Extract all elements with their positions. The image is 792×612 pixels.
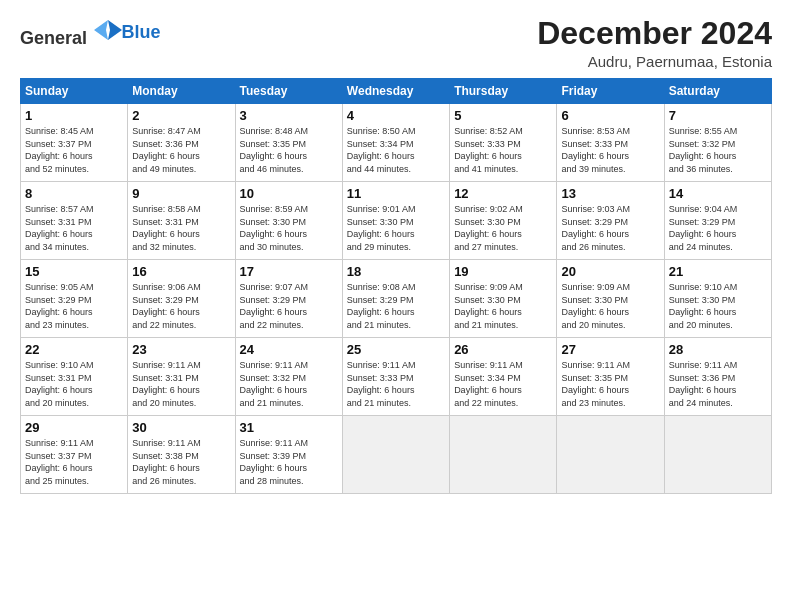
calendar-cell: 3Sunrise: 8:48 AMSunset: 3:35 PMDaylight… xyxy=(235,104,342,182)
day-number: 3 xyxy=(240,108,338,123)
week-row-3: 15Sunrise: 9:05 AMSunset: 3:29 PMDayligh… xyxy=(21,260,772,338)
calendar-cell: 9Sunrise: 8:58 AMSunset: 3:31 PMDaylight… xyxy=(128,182,235,260)
calendar-cell: 7Sunrise: 8:55 AMSunset: 3:32 PMDaylight… xyxy=(664,104,771,182)
day-number: 9 xyxy=(132,186,230,201)
calendar-cell: 11Sunrise: 9:01 AMSunset: 3:30 PMDayligh… xyxy=(342,182,449,260)
calendar-table: SundayMondayTuesdayWednesdayThursdayFrid… xyxy=(20,78,772,494)
day-number: 30 xyxy=(132,420,230,435)
cell-details: Sunrise: 9:11 AMSunset: 3:37 PMDaylight:… xyxy=(25,437,123,487)
cell-details: Sunrise: 9:02 AMSunset: 3:30 PMDaylight:… xyxy=(454,203,552,253)
calendar-cell: 31Sunrise: 9:11 AMSunset: 3:39 PMDayligh… xyxy=(235,416,342,494)
location-title: Audru, Paernumaa, Estonia xyxy=(537,53,772,70)
cell-details: Sunrise: 9:10 AMSunset: 3:30 PMDaylight:… xyxy=(669,281,767,331)
day-number: 8 xyxy=(25,186,123,201)
weekday-header-tuesday: Tuesday xyxy=(235,79,342,104)
day-number: 13 xyxy=(561,186,659,201)
svg-marker-0 xyxy=(108,20,122,40)
cell-details: Sunrise: 9:11 AMSunset: 3:39 PMDaylight:… xyxy=(240,437,338,487)
day-number: 12 xyxy=(454,186,552,201)
logo-blue-text: Blue xyxy=(122,22,161,42)
week-row-2: 8Sunrise: 8:57 AMSunset: 3:31 PMDaylight… xyxy=(21,182,772,260)
calendar-cell: 16Sunrise: 9:06 AMSunset: 3:29 PMDayligh… xyxy=(128,260,235,338)
day-number: 21 xyxy=(669,264,767,279)
calendar-cell: 30Sunrise: 9:11 AMSunset: 3:38 PMDayligh… xyxy=(128,416,235,494)
day-number: 19 xyxy=(454,264,552,279)
cell-details: Sunrise: 9:06 AMSunset: 3:29 PMDaylight:… xyxy=(132,281,230,331)
weekday-header-monday: Monday xyxy=(128,79,235,104)
weekday-header-saturday: Saturday xyxy=(664,79,771,104)
calendar-cell: 8Sunrise: 8:57 AMSunset: 3:31 PMDaylight… xyxy=(21,182,128,260)
day-number: 4 xyxy=(347,108,445,123)
cell-details: Sunrise: 9:11 AMSunset: 3:36 PMDaylight:… xyxy=(669,359,767,409)
calendar-cell: 13Sunrise: 9:03 AMSunset: 3:29 PMDayligh… xyxy=(557,182,664,260)
calendar-cell: 17Sunrise: 9:07 AMSunset: 3:29 PMDayligh… xyxy=(235,260,342,338)
calendar-cell: 1Sunrise: 8:45 AMSunset: 3:37 PMDaylight… xyxy=(21,104,128,182)
calendar-cell xyxy=(557,416,664,494)
calendar-cell: 4Sunrise: 8:50 AMSunset: 3:34 PMDaylight… xyxy=(342,104,449,182)
cell-details: Sunrise: 9:11 AMSunset: 3:34 PMDaylight:… xyxy=(454,359,552,409)
title-block: December 2024 Audru, Paernumaa, Estonia xyxy=(537,16,772,70)
day-number: 11 xyxy=(347,186,445,201)
cell-details: Sunrise: 9:11 AMSunset: 3:35 PMDaylight:… xyxy=(561,359,659,409)
day-number: 14 xyxy=(669,186,767,201)
cell-details: Sunrise: 9:07 AMSunset: 3:29 PMDaylight:… xyxy=(240,281,338,331)
day-number: 5 xyxy=(454,108,552,123)
cell-details: Sunrise: 9:09 AMSunset: 3:30 PMDaylight:… xyxy=(561,281,659,331)
calendar-cell: 23Sunrise: 9:11 AMSunset: 3:31 PMDayligh… xyxy=(128,338,235,416)
day-number: 26 xyxy=(454,342,552,357)
cell-details: Sunrise: 8:53 AMSunset: 3:33 PMDaylight:… xyxy=(561,125,659,175)
weekday-header-row: SundayMondayTuesdayWednesdayThursdayFrid… xyxy=(21,79,772,104)
cell-details: Sunrise: 9:01 AMSunset: 3:30 PMDaylight:… xyxy=(347,203,445,253)
cell-details: Sunrise: 8:47 AMSunset: 3:36 PMDaylight:… xyxy=(132,125,230,175)
cell-details: Sunrise: 9:04 AMSunset: 3:29 PMDaylight:… xyxy=(669,203,767,253)
day-number: 25 xyxy=(347,342,445,357)
calendar-cell: 24Sunrise: 9:11 AMSunset: 3:32 PMDayligh… xyxy=(235,338,342,416)
cell-details: Sunrise: 8:48 AMSunset: 3:35 PMDaylight:… xyxy=(240,125,338,175)
cell-details: Sunrise: 9:05 AMSunset: 3:29 PMDaylight:… xyxy=(25,281,123,331)
logo: General Blue xyxy=(20,16,161,49)
calendar-cell: 22Sunrise: 9:10 AMSunset: 3:31 PMDayligh… xyxy=(21,338,128,416)
page-container: General Blue December 2024 Audru, Paernu… xyxy=(0,0,792,504)
day-number: 17 xyxy=(240,264,338,279)
calendar-cell: 12Sunrise: 9:02 AMSunset: 3:30 PMDayligh… xyxy=(450,182,557,260)
cell-details: Sunrise: 9:11 AMSunset: 3:33 PMDaylight:… xyxy=(347,359,445,409)
weekday-header-thursday: Thursday xyxy=(450,79,557,104)
cell-details: Sunrise: 8:52 AMSunset: 3:33 PMDaylight:… xyxy=(454,125,552,175)
week-row-5: 29Sunrise: 9:11 AMSunset: 3:37 PMDayligh… xyxy=(21,416,772,494)
week-row-1: 1Sunrise: 8:45 AMSunset: 3:37 PMDaylight… xyxy=(21,104,772,182)
calendar-cell: 2Sunrise: 8:47 AMSunset: 3:36 PMDaylight… xyxy=(128,104,235,182)
cell-details: Sunrise: 8:50 AMSunset: 3:34 PMDaylight:… xyxy=(347,125,445,175)
cell-details: Sunrise: 9:09 AMSunset: 3:30 PMDaylight:… xyxy=(454,281,552,331)
day-number: 24 xyxy=(240,342,338,357)
cell-details: Sunrise: 8:55 AMSunset: 3:32 PMDaylight:… xyxy=(669,125,767,175)
cell-details: Sunrise: 9:10 AMSunset: 3:31 PMDaylight:… xyxy=(25,359,123,409)
day-number: 1 xyxy=(25,108,123,123)
calendar-cell: 10Sunrise: 8:59 AMSunset: 3:30 PMDayligh… xyxy=(235,182,342,260)
calendar-cell xyxy=(342,416,449,494)
calendar-cell: 25Sunrise: 9:11 AMSunset: 3:33 PMDayligh… xyxy=(342,338,449,416)
header: General Blue December 2024 Audru, Paernu… xyxy=(20,16,772,70)
day-number: 16 xyxy=(132,264,230,279)
calendar-cell: 27Sunrise: 9:11 AMSunset: 3:35 PMDayligh… xyxy=(557,338,664,416)
calendar-cell: 15Sunrise: 9:05 AMSunset: 3:29 PMDayligh… xyxy=(21,260,128,338)
weekday-header-friday: Friday xyxy=(557,79,664,104)
calendar-cell: 14Sunrise: 9:04 AMSunset: 3:29 PMDayligh… xyxy=(664,182,771,260)
cell-details: Sunrise: 9:03 AMSunset: 3:29 PMDaylight:… xyxy=(561,203,659,253)
calendar-cell: 21Sunrise: 9:10 AMSunset: 3:30 PMDayligh… xyxy=(664,260,771,338)
cell-details: Sunrise: 9:08 AMSunset: 3:29 PMDaylight:… xyxy=(347,281,445,331)
calendar-cell: 26Sunrise: 9:11 AMSunset: 3:34 PMDayligh… xyxy=(450,338,557,416)
cell-details: Sunrise: 9:11 AMSunset: 3:32 PMDaylight:… xyxy=(240,359,338,409)
svg-marker-1 xyxy=(94,20,108,40)
day-number: 20 xyxy=(561,264,659,279)
day-number: 28 xyxy=(669,342,767,357)
cell-details: Sunrise: 8:45 AMSunset: 3:37 PMDaylight:… xyxy=(25,125,123,175)
day-number: 29 xyxy=(25,420,123,435)
day-number: 22 xyxy=(25,342,123,357)
cell-details: Sunrise: 8:58 AMSunset: 3:31 PMDaylight:… xyxy=(132,203,230,253)
calendar-cell: 20Sunrise: 9:09 AMSunset: 3:30 PMDayligh… xyxy=(557,260,664,338)
calendar-cell: 18Sunrise: 9:08 AMSunset: 3:29 PMDayligh… xyxy=(342,260,449,338)
day-number: 15 xyxy=(25,264,123,279)
calendar-cell: 29Sunrise: 9:11 AMSunset: 3:37 PMDayligh… xyxy=(21,416,128,494)
calendar-cell: 5Sunrise: 8:52 AMSunset: 3:33 PMDaylight… xyxy=(450,104,557,182)
day-number: 18 xyxy=(347,264,445,279)
